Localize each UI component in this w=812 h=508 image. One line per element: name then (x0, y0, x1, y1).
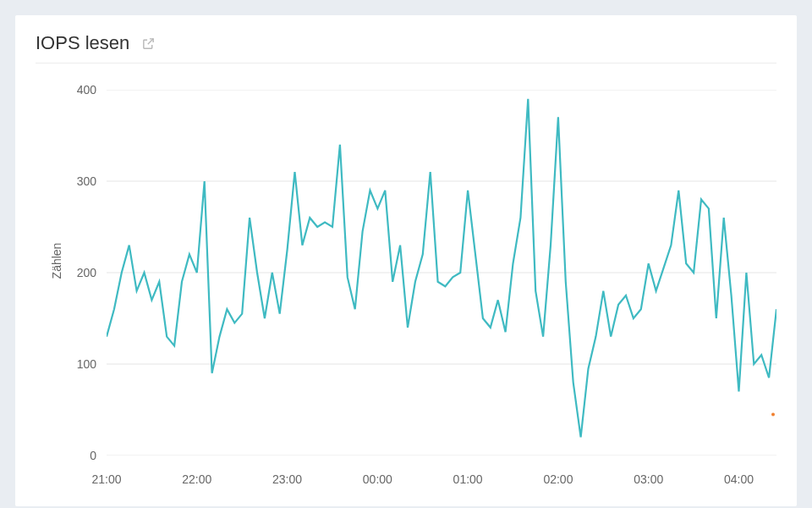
card-header-inner: IOPS lesen (36, 32, 776, 64)
x-tick-label: 22:00 (182, 472, 211, 486)
y-tick-label: 0 (63, 449, 96, 462)
accent-point-icon (771, 412, 775, 416)
y-tick-label: 100 (63, 357, 96, 371)
y-tick-label: 400 (63, 83, 96, 97)
chart-card: IOPS lesen Zählen 0100200300400 21:0022:… (15, 15, 797, 506)
y-tick-label: 300 (63, 174, 96, 188)
x-tick-label: 21:00 (91, 472, 121, 486)
x-tick-label: 23:00 (272, 472, 302, 486)
x-axis-ticks: 21:0022:0023:0000:0001:0002:0003:0004:00 (107, 472, 776, 489)
line-series (107, 99, 776, 438)
x-tick-label: 00:00 (363, 472, 392, 486)
chart-plot (107, 90, 776, 456)
x-tick-label: 03:00 (634, 472, 663, 486)
x-tick-label: 01:00 (453, 472, 483, 486)
gridlines (107, 90, 776, 456)
x-tick-label: 02:00 (543, 472, 573, 486)
y-axis-label: Zählen (50, 243, 63, 279)
y-axis-ticks: 0100200300400 (63, 90, 103, 456)
y-tick-label: 200 (63, 266, 96, 279)
x-tick-label: 04:00 (724, 472, 754, 486)
chart-title: IOPS lesen (36, 32, 129, 54)
card-header: IOPS lesen (15, 15, 797, 64)
external-link-icon[interactable] (141, 36, 156, 51)
